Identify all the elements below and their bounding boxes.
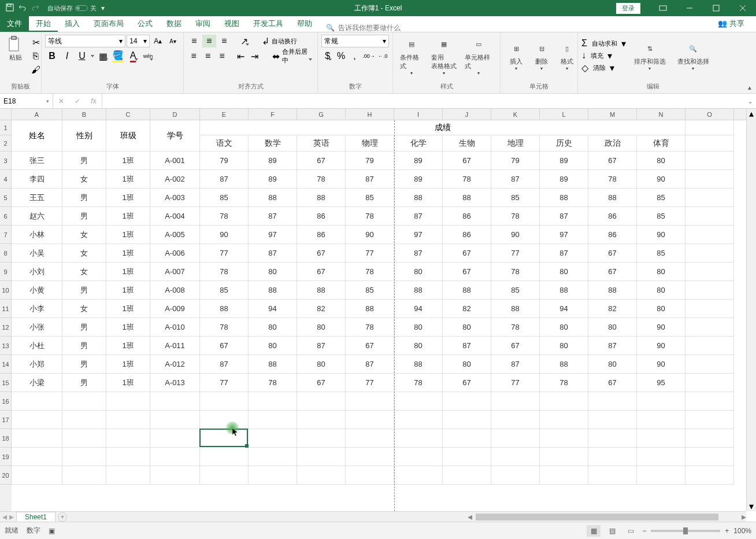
cell[interactable] bbox=[346, 429, 394, 448]
cell[interactable]: 86 bbox=[297, 207, 346, 226]
tab-file[interactable]: 文件 bbox=[0, 16, 29, 32]
cell[interactable]: 小刘 bbox=[12, 263, 62, 281]
cell[interactable]: 86 bbox=[297, 226, 346, 244]
header-cell[interactable]: 生物 bbox=[443, 135, 491, 152]
cell[interactable]: 87 bbox=[346, 355, 394, 374]
font-color-button[interactable]: A bbox=[126, 50, 140, 62]
number-format-select[interactable]: 常规▾ bbox=[321, 35, 389, 47]
header-cell[interactable]: 化学 bbox=[394, 135, 443, 152]
column-header[interactable]: F bbox=[249, 109, 297, 120]
cell[interactable]: 1班 bbox=[106, 337, 150, 355]
cell[interactable]: 80 bbox=[249, 318, 297, 337]
cell[interactable]: 97 bbox=[249, 226, 297, 244]
cell[interactable] bbox=[588, 466, 637, 485]
row-header[interactable]: 11 bbox=[0, 300, 12, 318]
cell[interactable]: 1班 bbox=[106, 318, 150, 337]
cell[interactable] bbox=[106, 448, 150, 466]
cell[interactable] bbox=[685, 429, 734, 448]
cell[interactable]: 87 bbox=[249, 244, 297, 263]
cell[interactable]: 80 bbox=[443, 355, 491, 374]
column-header[interactable]: D bbox=[150, 109, 200, 120]
decrease-decimal-button[interactable]: ←.0 bbox=[377, 50, 389, 62]
cell[interactable]: 78 bbox=[200, 318, 249, 337]
row-header[interactable]: 8 bbox=[0, 244, 12, 263]
cell[interactable]: 87 bbox=[588, 337, 637, 355]
row-header[interactable]: 13 bbox=[0, 337, 12, 355]
cell[interactable]: 85 bbox=[637, 244, 685, 263]
cell[interactable] bbox=[637, 392, 685, 411]
cell[interactable]: 88 bbox=[491, 300, 540, 318]
cell[interactable]: 89 bbox=[540, 152, 588, 170]
column-header[interactable]: A bbox=[12, 109, 62, 120]
column-header[interactable]: O bbox=[685, 109, 734, 120]
cell[interactable]: 80 bbox=[637, 300, 685, 318]
cell[interactable]: 88 bbox=[200, 300, 249, 318]
share-button[interactable]: 👥共享 bbox=[711, 16, 751, 32]
cell[interactable] bbox=[394, 448, 443, 466]
tab-formulas[interactable]: 公式 bbox=[131, 16, 160, 32]
row-header[interactable]: 9 bbox=[0, 263, 12, 281]
cell[interactable] bbox=[150, 466, 200, 485]
tab-review[interactable]: 审阅 bbox=[188, 16, 217, 32]
cell[interactable] bbox=[685, 337, 734, 355]
column-header[interactable]: G bbox=[297, 109, 346, 120]
cell[interactable]: 78 bbox=[297, 170, 346, 189]
cell[interactable]: 女 bbox=[62, 170, 106, 189]
format-as-table-button[interactable]: ▦套用 表格格式▾ bbox=[428, 35, 460, 77]
cell[interactable]: 67 bbox=[588, 374, 637, 392]
cell[interactable] bbox=[12, 429, 62, 448]
cell[interactable]: A-010 bbox=[150, 318, 200, 337]
expand-formula-bar-icon[interactable]: ⌄ bbox=[744, 94, 756, 108]
tab-page-layout[interactable]: 页面布局 bbox=[87, 16, 131, 32]
row-header[interactable]: 5 bbox=[0, 189, 12, 207]
cell[interactable] bbox=[62, 448, 106, 466]
cell[interactable]: 1班 bbox=[106, 355, 150, 374]
cell[interactable]: 赵六 bbox=[12, 207, 62, 226]
redo-icon[interactable] bbox=[31, 3, 39, 13]
cell[interactable]: A-013 bbox=[150, 374, 200, 392]
row-header[interactable]: 10 bbox=[0, 281, 12, 300]
cell[interactable] bbox=[200, 392, 249, 411]
cell[interactable]: 77 bbox=[491, 374, 540, 392]
align-left-button[interactable]: ≡ bbox=[187, 50, 201, 62]
view-page-layout-icon[interactable]: ▤ bbox=[605, 525, 619, 537]
cell[interactable]: 小黄 bbox=[12, 281, 62, 300]
cell[interactable]: 80 bbox=[443, 318, 491, 337]
cell[interactable]: 80 bbox=[637, 263, 685, 281]
cell[interactable]: 90 bbox=[200, 226, 249, 244]
tab-insert[interactable]: 插入 bbox=[58, 16, 87, 32]
cell[interactable]: 80 bbox=[394, 337, 443, 355]
row-header[interactable]: 17 bbox=[0, 411, 12, 429]
row-header[interactable]: 3 bbox=[0, 152, 12, 170]
minimize-icon[interactable] bbox=[676, 0, 703, 16]
cell[interactable]: 80 bbox=[249, 337, 297, 355]
cell[interactable]: 男 bbox=[62, 281, 106, 300]
cell[interactable]: A-009 bbox=[150, 300, 200, 318]
cell[interactable]: 女 bbox=[62, 300, 106, 318]
font-name-select[interactable]: 等线▾ bbox=[45, 35, 125, 47]
cell[interactable] bbox=[12, 448, 62, 466]
cell[interactable] bbox=[443, 429, 491, 448]
orientation-button[interactable]: ↗ bbox=[237, 35, 251, 47]
cell[interactable]: 78 bbox=[540, 374, 588, 392]
cell[interactable]: 88 bbox=[249, 281, 297, 300]
cell[interactable]: 80 bbox=[540, 318, 588, 337]
cell[interactable] bbox=[685, 263, 734, 281]
collapse-ribbon-icon[interactable]: ▲ bbox=[747, 84, 753, 91]
cell[interactable]: 90 bbox=[637, 337, 685, 355]
cut-button[interactable]: ✂ bbox=[29, 36, 43, 49]
cell[interactable]: 89 bbox=[394, 170, 443, 189]
cell[interactable]: 67 bbox=[443, 374, 491, 392]
enter-formula-icon[interactable]: ✓ bbox=[69, 97, 86, 105]
cell[interactable] bbox=[491, 466, 540, 485]
cell[interactable]: 88 bbox=[540, 355, 588, 374]
scroll-down-icon[interactable]: ▾ bbox=[747, 501, 756, 511]
underline-dropdown[interactable] bbox=[90, 50, 95, 62]
tab-data[interactable]: 数据 bbox=[160, 16, 188, 32]
cell[interactable] bbox=[685, 152, 734, 170]
cell[interactable]: 87 bbox=[297, 337, 346, 355]
cell[interactable]: 78 bbox=[346, 318, 394, 337]
column-header[interactable]: L bbox=[540, 109, 588, 120]
column-header[interactable]: E bbox=[200, 109, 249, 120]
cell[interactable]: 90 bbox=[637, 355, 685, 374]
